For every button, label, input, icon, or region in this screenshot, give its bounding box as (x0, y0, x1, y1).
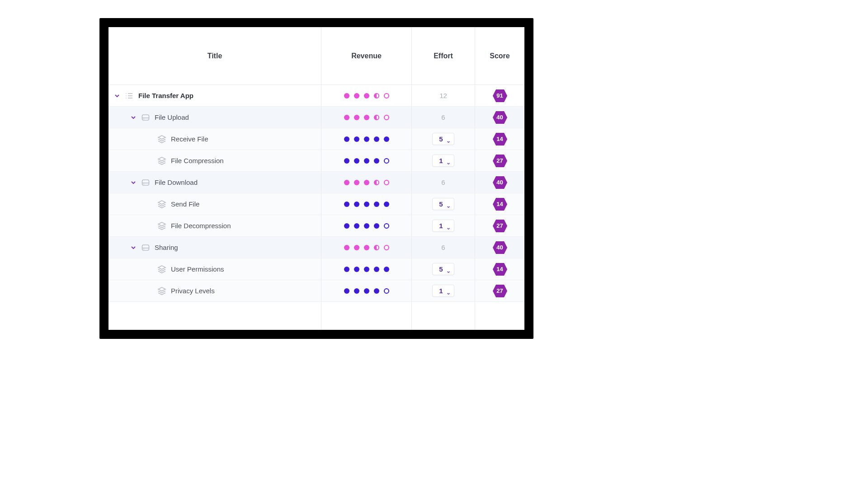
svg-point-2 (126, 95, 127, 96)
effort-select-value: 1 (439, 287, 443, 295)
effort-select[interactable]: 5 (432, 263, 454, 275)
svg-rect-23 (142, 245, 149, 250)
dot-full (364, 288, 369, 294)
effort-select-value: 5 (439, 135, 443, 143)
svg-marker-27 (158, 266, 165, 269)
dot-empty (384, 93, 389, 99)
dot-full (344, 245, 349, 250)
effort-select[interactable]: 1 (432, 155, 454, 167)
dot-full (384, 267, 389, 272)
effort-select[interactable]: 5 (432, 198, 454, 210)
row-title: File Compression (171, 157, 224, 164)
revenue-cell[interactable] (321, 128, 411, 150)
row-title: File Transfer App (138, 92, 193, 99)
dot-half (374, 245, 379, 250)
svg-marker-21 (158, 222, 165, 226)
dot-full (354, 267, 359, 272)
score-cell: 14 (475, 258, 524, 280)
revenue-dots (344, 115, 389, 120)
score-badge: 91 (492, 89, 508, 103)
revenue-cell[interactable] (321, 85, 411, 107)
title-cell: File Download (108, 172, 321, 193)
revenue-dots (344, 136, 389, 142)
blank-cell (321, 302, 411, 330)
svg-point-17 (143, 183, 144, 184)
effort-cell: 6 (411, 237, 475, 258)
stack-icon (157, 135, 166, 144)
dot-empty (384, 115, 389, 120)
title-cell: Receive File (108, 128, 321, 150)
dot-full (374, 223, 379, 229)
revenue-cell[interactable] (321, 172, 411, 193)
title-cell: Send File (108, 193, 321, 215)
chevron-down-icon[interactable] (130, 179, 137, 186)
effort-cell: 5 (411, 193, 475, 215)
score-value: 40 (496, 114, 503, 121)
revenue-dots (344, 180, 389, 185)
revenue-dots (344, 245, 389, 250)
effort-cell: 5 (411, 128, 475, 150)
svg-point-0 (126, 93, 127, 94)
effort-cell: 12 (411, 85, 475, 107)
revenue-cell[interactable] (321, 150, 411, 172)
revenue-cell[interactable] (321, 107, 411, 128)
chevron-down-icon[interactable] (130, 244, 137, 251)
effort-select[interactable]: 1 (432, 220, 454, 232)
dot-empty (384, 180, 389, 185)
score-value: 40 (496, 179, 503, 186)
caret-down-icon (447, 224, 450, 228)
revenue-cell[interactable] (321, 280, 411, 302)
revenue-cell[interactable] (321, 215, 411, 237)
stack-icon (157, 265, 166, 274)
stack-icon (157, 286, 166, 296)
svg-marker-19 (158, 201, 165, 204)
score-badge: 40 (492, 110, 508, 125)
dot-full (344, 267, 349, 272)
dot-full (364, 93, 369, 99)
score-value: 14 (496, 201, 503, 207)
revenue-cell[interactable] (321, 258, 411, 280)
effort-select-value: 5 (439, 200, 443, 208)
effort-cell: 1 (411, 150, 475, 172)
row-title: File Decompression (171, 222, 231, 230)
score-badge: 14 (492, 132, 508, 146)
dot-full (354, 115, 359, 120)
effort-cell: 1 (411, 215, 475, 237)
effort-select[interactable]: 5 (432, 133, 454, 145)
stack-icon (157, 156, 166, 165)
svg-point-25 (143, 249, 144, 249)
score-value: 91 (496, 92, 503, 99)
score-cell: 27 (475, 150, 524, 172)
chevron-down-icon[interactable] (114, 93, 120, 99)
blank-cell (475, 302, 524, 330)
header-revenue: Revenue (321, 27, 411, 85)
score-badge: 14 (492, 262, 508, 277)
dot-half (374, 93, 379, 99)
effort-select[interactable]: 1 (432, 285, 454, 297)
dot-empty (384, 245, 389, 250)
dot-full (354, 93, 359, 99)
svg-marker-13 (158, 157, 165, 161)
stack-icon (157, 200, 166, 209)
dot-full (364, 223, 369, 229)
dot-half (374, 115, 379, 120)
dot-full (364, 115, 369, 120)
dot-full (354, 136, 359, 142)
title-cell: File Decompression (108, 215, 321, 237)
revenue-cell[interactable] (321, 193, 411, 215)
header-effort: Effort (411, 27, 475, 85)
caret-down-icon (447, 289, 450, 293)
score-cell: 27 (475, 280, 524, 302)
dot-full (374, 288, 379, 294)
score-value: 27 (496, 287, 503, 294)
dot-full (374, 158, 379, 164)
revenue-cell[interactable] (321, 237, 411, 258)
dot-full (344, 136, 349, 142)
dot-full (354, 202, 359, 207)
effort-select-value: 1 (439, 222, 443, 230)
dot-full (344, 288, 349, 294)
score-value: 40 (496, 244, 503, 251)
svg-marker-29 (158, 287, 165, 291)
score-badge: 40 (492, 240, 508, 255)
chevron-down-icon[interactable] (130, 114, 137, 121)
